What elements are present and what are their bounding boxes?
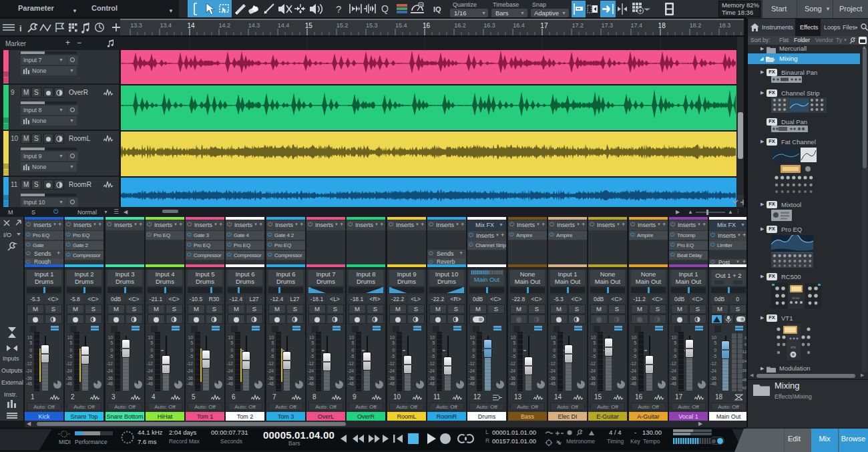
svg-text:10: 10 (27, 335, 33, 340)
svg-text:-36: -36 (389, 376, 395, 381)
svg-text:-36: -36 (670, 376, 677, 381)
svg-text:10: 10 (591, 335, 596, 340)
svg-text:-24: -24 (429, 369, 435, 373)
svg-text:5: 5 (593, 341, 596, 345)
svg-text:5: 5 (150, 341, 153, 345)
svg-text:-24: -24 (227, 369, 234, 373)
svg-text:-5: -5 (632, 354, 636, 359)
svg-text:0: 0 (110, 348, 113, 353)
svg-text:0: 0 (392, 348, 395, 353)
svg-text:-5: -5 (511, 354, 515, 359)
svg-text:0: 0 (674, 348, 676, 353)
svg-text:0: 0 (714, 348, 716, 353)
svg-text:-36: -36 (630, 376, 637, 381)
svg-text:-12: -12 (348, 361, 355, 366)
svg-text:?: ? (336, 3, 341, 15)
svg-text:0: 0 (513, 348, 515, 353)
svg-text:-36: -36 (268, 376, 274, 381)
svg-text:-5: -5 (592, 354, 596, 359)
svg-text:-5: -5 (431, 354, 435, 359)
svg-text:0: 0 (190, 348, 193, 353)
svg-text:-24: -24 (107, 369, 114, 373)
svg-text:10: 10 (108, 335, 114, 340)
svg-text:-48: -48 (308, 381, 314, 386)
svg-text:0: 0 (634, 348, 636, 353)
svg-text:10: 10 (511, 335, 516, 340)
svg-text:0: 0 (432, 348, 435, 353)
svg-text:-36: -36 (107, 376, 114, 381)
svg-text:10: 10 (67, 335, 73, 340)
svg-text:-12: -12 (630, 361, 637, 366)
svg-text:-12: -12 (389, 361, 395, 366)
svg-text:-24: -24 (509, 369, 516, 373)
svg-text:-24: -24 (308, 369, 314, 373)
svg-text:-24: -24 (710, 369, 717, 373)
svg-text:-24: -24 (590, 369, 596, 373)
svg-text:-12: -12 (509, 361, 516, 366)
svg-text:5: 5 (714, 341, 716, 345)
svg-text:I/O: I/O (3, 232, 11, 238)
svg-text:5: 5 (432, 341, 435, 345)
svg-text:5: 5 (110, 341, 113, 345)
svg-text:-48: -48 (590, 381, 596, 386)
svg-text:-5: -5 (68, 354, 72, 359)
svg-text:-12: -12 (710, 361, 717, 366)
svg-text:5: 5 (472, 341, 475, 345)
svg-text:Instr.: Instr. (4, 391, 17, 398)
svg-text:-48: -48 (710, 381, 717, 386)
svg-text:Q: Q (381, 3, 389, 14)
svg-text:5: 5 (69, 341, 72, 345)
svg-text:10: 10 (269, 335, 274, 340)
svg-text:-48: -48 (429, 381, 435, 386)
svg-text:-24: -24 (66, 369, 73, 373)
svg-text:-24: -24 (670, 369, 677, 373)
svg-text:-36: -36 (147, 376, 154, 381)
svg-text:-5: -5 (672, 354, 676, 359)
svg-text:-12: -12 (308, 361, 314, 366)
svg-text:-12: -12 (268, 361, 274, 366)
svg-text:-36: -36 (550, 376, 556, 381)
svg-text:-48: -48 (147, 381, 154, 386)
svg-text:10: 10 (228, 335, 234, 340)
svg-text:0: 0 (271, 348, 274, 353)
svg-text:0: 0 (69, 348, 72, 353)
svg-text:0: 0 (593, 348, 596, 353)
svg-text:-36: -36 (590, 376, 596, 381)
svg-text:-24: -24 (630, 369, 637, 373)
svg-text:Inputs: Inputs (3, 355, 19, 362)
svg-text:-5: -5 (189, 354, 193, 359)
svg-text:-48: -48 (389, 381, 395, 386)
svg-text:-36: -36 (509, 376, 516, 381)
svg-text:-12: -12 (187, 361, 194, 366)
svg-text:-48: -48 (469, 381, 475, 386)
svg-text:10: 10 (470, 335, 475, 340)
svg-text:-48: -48 (670, 381, 677, 386)
svg-text:-24: -24 (469, 369, 475, 373)
svg-text:5: 5 (271, 341, 274, 345)
svg-text:-12: -12 (670, 361, 677, 366)
svg-text:0: 0 (230, 348, 233, 353)
svg-text:Outputs: Outputs (1, 367, 23, 374)
svg-text:5: 5 (351, 341, 354, 345)
svg-text:m: m (420, 3, 423, 7)
svg-text:-5: -5 (310, 354, 314, 359)
svg-text:i: i (19, 23, 22, 33)
svg-text:-48: -48 (630, 381, 637, 386)
svg-text:-36: -36 (469, 376, 475, 381)
svg-text:-24: -24 (147, 369, 154, 373)
svg-text:10: 10 (672, 335, 677, 340)
svg-text:-48: -48 (550, 381, 556, 386)
svg-text:-48: -48 (66, 381, 73, 386)
svg-text:10: 10 (430, 335, 435, 340)
svg-text:-36: -36 (308, 376, 314, 381)
svg-text:-12: -12 (147, 361, 154, 366)
svg-text:-12: -12 (429, 361, 435, 366)
svg-text:-24: -24 (268, 369, 274, 373)
svg-text:10: 10 (712, 335, 717, 340)
svg-text:10: 10 (148, 335, 154, 340)
svg-text:10: 10 (551, 335, 556, 340)
svg-text:5: 5 (311, 341, 314, 345)
svg-text:VT1: VT1 (791, 346, 796, 349)
svg-text:-5: -5 (109, 354, 113, 359)
svg-text:-36: -36 (227, 376, 234, 381)
